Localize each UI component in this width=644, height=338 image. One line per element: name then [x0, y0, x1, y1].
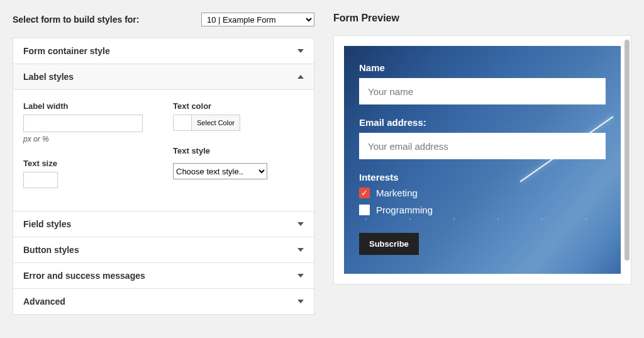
select-color-button[interactable]: Select Color — [192, 115, 240, 131]
accordion-field-styles[interactable]: Field styles — [13, 211, 314, 237]
chevron-up-icon — [297, 75, 304, 79]
checkbox-unchecked-icon — [359, 205, 370, 215]
form-preview-container: Name Email address: Interests ✓ Marketin… — [333, 35, 631, 284]
preview-email-label: Email address: — [359, 117, 606, 128]
text-style-select[interactable]: Choose text style.. — [173, 163, 267, 179]
form-preview-heading: Form Preview — [333, 13, 631, 24]
label-width-hint: px or % — [23, 135, 154, 144]
label-width-input[interactable] — [23, 115, 143, 132]
accordion-advanced[interactable]: Advanced — [13, 289, 314, 314]
preview-name-input[interactable] — [359, 78, 606, 104]
interest-programming-row[interactable]: Programming — [359, 205, 606, 215]
preview-name-label: Name — [359, 62, 606, 73]
preview-form-background: Name Email address: Interests ✓ Marketin… — [344, 46, 621, 274]
preview-interests-label: Interests — [359, 172, 606, 183]
form-selector-row: Select form to build styles for: 10 | Ex… — [13, 13, 314, 26]
form-select[interactable]: 10 | Example Form — [201, 13, 314, 26]
text-size-input[interactable] — [23, 172, 58, 188]
accordion-form-container-style[interactable]: Form container style — [13, 38, 314, 64]
text-size-label: Text size — [23, 159, 154, 168]
interest-marketing-row[interactable]: ✓ Marketing — [359, 188, 606, 198]
chevron-down-icon — [297, 300, 304, 303]
text-color-label: Text color — [173, 101, 304, 111]
accordion-title: Button styles — [23, 245, 79, 255]
style-accordion: Form container style Label styles Label … — [13, 38, 314, 315]
form-selector-label: Select form to build styles for: — [13, 14, 201, 25]
accordion-label-styles[interactable]: Label styles — [13, 64, 314, 90]
accordion-error-success[interactable]: Error and success messages — [13, 263, 314, 288]
subscribe-button[interactable]: Subscribe — [359, 233, 419, 255]
accordion-title: Form container style — [23, 46, 110, 56]
chevron-down-icon — [297, 248, 304, 252]
label-styles-panel: Label width px or % Text size Text color — [13, 90, 314, 211]
interest-label: Marketing — [376, 188, 418, 198]
accordion-title: Field styles — [23, 219, 71, 229]
accordion-title: Error and success messages — [23, 271, 145, 281]
accordion-button-styles[interactable]: Button styles — [13, 237, 314, 262]
preview-email-input[interactable] — [359, 133, 606, 159]
preview-scrollbar[interactable] — [625, 37, 630, 283]
interest-label: Programming — [376, 205, 433, 215]
accordion-title: Advanced — [23, 296, 65, 307]
label-width-label: Label width — [23, 101, 154, 111]
checkbox-checked-icon: ✓ — [359, 188, 370, 198]
text-style-label: Text style — [173, 146, 304, 155]
chevron-down-icon — [297, 49, 304, 53]
chevron-down-icon — [297, 274, 304, 278]
chevron-down-icon — [297, 222, 304, 226]
accordion-title: Label styles — [23, 72, 74, 82]
scrollbar-thumb[interactable] — [625, 40, 630, 261]
color-swatch[interactable] — [173, 115, 192, 131]
